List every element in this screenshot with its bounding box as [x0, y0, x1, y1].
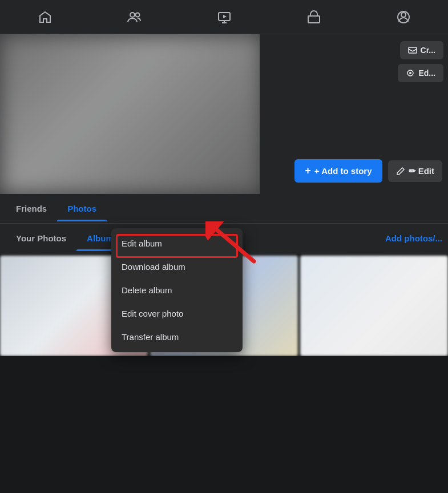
nav-marketplace[interactable] — [300, 3, 328, 31]
story-edit-row: + + Add to story ✏ Edit — [294, 159, 448, 183]
create-label: Cr... — [421, 46, 435, 55]
nav-home[interactable] — [31, 3, 59, 31]
dropdown-transfer-album[interactable]: Transfer album — [111, 325, 243, 349]
dropdown-edit-cover-photo[interactable]: Edit cover photo — [111, 302, 243, 325]
svg-point-5 — [401, 13, 406, 17]
tab-photos[interactable]: Photos — [57, 196, 107, 221]
svg-rect-4 — [308, 16, 320, 23]
add-to-story-label: + Add to story — [314, 166, 372, 176]
nav-friends[interactable] — [121, 3, 148, 31]
photo-thumb-3[interactable] — [300, 256, 448, 356]
subtab-your-photos[interactable]: Your Photos — [6, 225, 76, 251]
edit-album-wrapper: Edit album — [111, 232, 243, 255]
edit-button[interactable]: ✏ Edit — [388, 160, 443, 182]
add-photos-link[interactable]: Add photos/... — [385, 233, 442, 243]
svg-marker-3 — [223, 15, 227, 18]
tabs-row: Friends Photos — [0, 194, 448, 224]
top-navigation — [0, 0, 448, 34]
svg-point-9 — [409, 72, 411, 74]
edit-cover-label: Ed... — [418, 68, 435, 78]
edit-cover-button[interactable]: Ed... — [398, 64, 443, 82]
dropdown-download-album[interactable]: Download album — [111, 255, 243, 278]
add-to-story-button[interactable]: + + Add to story — [294, 159, 382, 183]
hero-area: Cr... Ed... + + Add to story ✏ Edit — [0, 34, 448, 194]
create-button[interactable]: Cr... — [400, 41, 443, 59]
nav-profile[interactable] — [390, 3, 417, 31]
edit-label: ✏ Edit — [409, 166, 435, 176]
svg-point-1 — [135, 13, 139, 17]
dropdown-menu: Edit album Download album Delete album E… — [111, 228, 243, 352]
svg-point-0 — [130, 13, 135, 17]
cover-photo — [0, 34, 263, 194]
tab-friends[interactable]: Friends — [6, 196, 57, 221]
dropdown-delete-album[interactable]: Delete album — [111, 278, 243, 302]
nav-watch[interactable] — [211, 3, 238, 31]
dropdown-edit-album[interactable]: Edit album — [111, 232, 243, 255]
add-to-story-icon: + — [305, 165, 311, 177]
